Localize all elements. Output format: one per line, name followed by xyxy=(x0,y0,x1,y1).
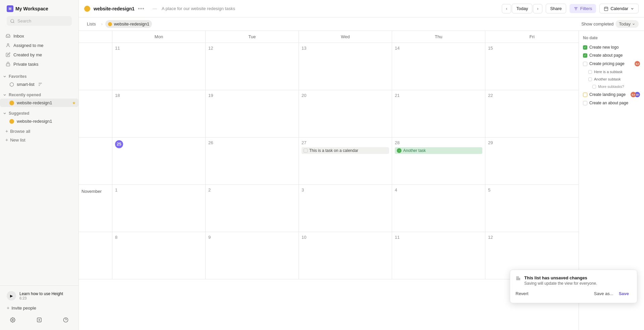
cal-cell-13[interactable]: 13 xyxy=(299,43,392,90)
settings-icon[interactable] xyxy=(8,315,17,325)
breadcrumb-lists-label: Lists xyxy=(87,21,96,26)
assigned-icon xyxy=(5,43,11,48)
nd-task-5-label: Another subtask xyxy=(594,77,621,81)
cal-cell-nov2[interactable]: 2 xyxy=(206,185,299,232)
calendar-row-november: November 1 2 3 4 5 xyxy=(79,185,579,232)
date-11: 11 xyxy=(115,46,203,51)
cal-cell-19[interactable]: 19 xyxy=(206,90,299,137)
cal-cell-8[interactable]: 8 xyxy=(112,232,206,279)
suggested-header[interactable]: Suggested xyxy=(0,108,78,117)
learn-item[interactable]: ▶ Learn how to use Height 6:23 xyxy=(4,288,74,303)
cal-cell-29[interactable]: 29 xyxy=(485,138,579,184)
save-button[interactable]: Save xyxy=(616,290,632,297)
date-12: 12 xyxy=(208,46,296,51)
svg-rect-2 xyxy=(6,64,10,66)
next-arrow-button[interactable]: › xyxy=(533,4,542,13)
today-nav-button[interactable]: Today xyxy=(615,20,639,28)
revert-button[interactable]: Revert xyxy=(516,290,528,297)
cal-cell-12[interactable]: 12 xyxy=(206,43,299,90)
new-list-button[interactable]: + New list xyxy=(3,135,76,144)
recently-opened-label: Recently opened xyxy=(9,93,41,97)
calendar-row-week5: 8 9 10 11 12 xyxy=(79,232,579,279)
search-bar[interactable]: Search xyxy=(7,16,72,26)
nd-task-1[interactable]: ✓ Create new logo xyxy=(582,44,641,51)
cal-cell-28[interactable]: 28 → Another task xyxy=(392,138,485,184)
more-button[interactable]: ••• xyxy=(138,6,145,12)
unsaved-icon xyxy=(516,276,521,282)
task-check-icon xyxy=(304,149,308,153)
chevron-down-icon xyxy=(3,111,7,115)
sidebar-item-created[interactable]: Created by me xyxy=(3,50,76,59)
prev-arrow-button[interactable]: ‹ xyxy=(502,4,511,13)
date-12b: 12 xyxy=(488,235,576,240)
sidebar-item-assigned[interactable]: Assigned to me xyxy=(3,41,76,50)
cal-cell-nov4[interactable]: 4 xyxy=(392,185,485,232)
cal-cell-nov1[interactable]: 1 xyxy=(112,185,206,232)
date-19: 19 xyxy=(208,93,296,98)
share-button[interactable]: Share xyxy=(546,4,566,13)
cal-cell-25[interactable]: 25 xyxy=(112,138,206,184)
nd-task-4[interactable]: Here is a subtask xyxy=(582,68,641,75)
sidebar-item-private[interactable]: Private tasks xyxy=(3,59,76,69)
cal-cell-11b[interactable]: 11 xyxy=(392,232,485,279)
sidebar-item-suggested-project[interactable]: website-redesign1 xyxy=(0,117,78,125)
filters-button[interactable]: Filters xyxy=(570,4,596,13)
plus-icon: + xyxy=(5,128,8,134)
cal-cell-11[interactable]: 11 xyxy=(112,43,206,90)
filters-label: Filters xyxy=(580,6,592,11)
top-bar: website-redesign1 ••• — A place for our … xyxy=(79,0,644,17)
cal-cell-18[interactable]: 18 xyxy=(112,90,206,137)
week5-label xyxy=(79,232,112,279)
cal-cell-nov3[interactable]: 3 xyxy=(299,185,392,232)
workspace-icon: M xyxy=(7,5,13,12)
date-22: 22 xyxy=(488,93,576,98)
task-calendar-task[interactable]: This is a task on a calendar xyxy=(302,147,389,154)
cal-cell-10[interactable]: 10 xyxy=(299,232,392,279)
task-another-task[interactable]: → Another task xyxy=(395,147,482,154)
task-arrow-icon: → xyxy=(397,148,401,153)
cal-cell-9[interactable]: 9 xyxy=(206,232,299,279)
sidebar-item-inbox[interactable]: Inbox xyxy=(3,31,76,41)
today-nav-label: Today xyxy=(619,21,631,26)
breadcrumb-lists[interactable]: Lists xyxy=(84,20,99,28)
learn-title: Learn how to use Height xyxy=(19,291,63,296)
breadcrumb-project[interactable]: website-redesign1 xyxy=(105,20,152,28)
nd-task-3[interactable]: Create pricing page SJ xyxy=(582,60,641,68)
cal-cell-14[interactable]: 14 xyxy=(392,43,485,90)
date-18: 18 xyxy=(115,93,203,98)
cal-cell-15[interactable]: 15 xyxy=(485,43,579,90)
invite-button[interactable]: + Invite people xyxy=(4,303,74,313)
nd-task-2[interactable]: ✓ Create about page xyxy=(582,52,641,59)
header-thu: Thu xyxy=(392,31,485,43)
today-button[interactable]: Today xyxy=(512,4,532,13)
project-description: A place for our website redesign tasks xyxy=(162,6,235,11)
sidebar-item-website-redesign1[interactable]: website-redesign1 ★ xyxy=(0,99,78,107)
sidebar-bottom: ▶ Learn how to use Height 6:23 + Invite … xyxy=(0,285,78,330)
help-icon[interactable] xyxy=(61,315,70,325)
nd-task-7[interactable]: Create landing page SJ JD xyxy=(582,91,641,99)
cal-cell-26[interactable]: 26 xyxy=(206,138,299,184)
nd-task-6[interactable]: More subtasks? xyxy=(582,83,641,90)
workspace-title[interactable]: M My Workspace xyxy=(4,3,74,14)
show-completed-label: Show completed xyxy=(581,21,613,26)
svg-point-3 xyxy=(12,319,13,321)
nd-task-8[interactable]: Create an about page xyxy=(582,99,641,107)
nd-task-2-label: Create about page xyxy=(589,53,623,58)
cal-cell-21[interactable]: 21 xyxy=(392,90,485,137)
recently-opened-header[interactable]: Recently opened xyxy=(0,90,78,99)
cal-cell-27[interactable]: 27 This is a task on a calendar xyxy=(299,138,392,184)
calendar-button[interactable]: Calendar xyxy=(599,4,639,13)
cal-cell-nov5[interactable]: 5 xyxy=(485,185,579,232)
sidebar-item-smart-list[interactable]: smart-list xyxy=(0,80,78,89)
nd-task-8-label: Create an about page xyxy=(589,101,628,105)
cal-cell-22[interactable]: 22 xyxy=(485,90,579,137)
nd-task-5[interactable]: Another subtask xyxy=(582,76,641,82)
add-icon[interactable] xyxy=(35,315,44,325)
show-completed-button[interactable]: Show completed Today xyxy=(581,20,639,28)
calendar-header: Mon Tue Wed Thu Fri xyxy=(79,31,579,43)
save-as-button[interactable]: Save as... xyxy=(591,290,616,297)
favorites-header[interactable]: Favorites xyxy=(0,71,78,80)
workspace-label: My Workspace xyxy=(15,6,48,11)
browse-all-button[interactable]: + Browse all xyxy=(3,127,76,135)
cal-cell-20[interactable]: 20 xyxy=(299,90,392,137)
